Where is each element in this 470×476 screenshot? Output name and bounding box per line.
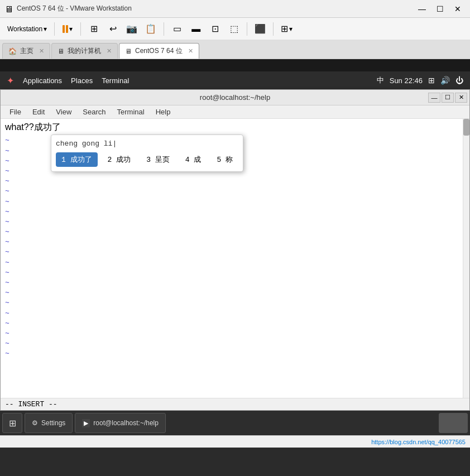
ac-option-1[interactable]: 1 成功了 bbox=[56, 152, 98, 167]
tab-centos-close[interactable]: ✕ bbox=[188, 47, 193, 55]
title-bar-controls: — ☐ ✕ bbox=[414, 3, 466, 15]
minimize-button[interactable]: — bbox=[414, 3, 430, 15]
maximize-button[interactable]: ☐ bbox=[432, 3, 448, 15]
gnome-bar-left: ✦ Applications Places Terminal bbox=[7, 75, 129, 86]
insert-bar: -- INSERT -- bbox=[1, 398, 469, 410]
tab-home-icon: 🏠 bbox=[8, 47, 17, 55]
tab-mypc-close[interactable]: ✕ bbox=[107, 47, 112, 55]
taskbar-settings-button[interactable]: ⚙ Settings bbox=[25, 413, 73, 433]
taskbar-workspace-button[interactable]: ⊞ bbox=[2, 413, 22, 433]
clone-button[interactable]: 📋 bbox=[142, 21, 159, 37]
ac-option-5[interactable]: 5 称 bbox=[211, 152, 238, 167]
terminal-icon: ⬛ bbox=[255, 23, 266, 34]
workstation-menu-button[interactable]: Workstation ▾ bbox=[4, 21, 50, 37]
snapshot2-button[interactable]: 📷 bbox=[123, 21, 140, 37]
tilde-line: ~ bbox=[5, 258, 465, 268]
tab-mypc-label: 我的计算机 bbox=[68, 46, 101, 56]
ac-option-1-text: 成功了 bbox=[70, 156, 92, 164]
workspace-switcher[interactable] bbox=[439, 413, 468, 433]
lang-indicator: 中 bbox=[377, 75, 384, 85]
revert-button[interactable]: ↩ bbox=[104, 21, 121, 37]
tilde-line: ~ bbox=[5, 197, 465, 207]
menu-help[interactable]: Help bbox=[151, 107, 175, 117]
layout4-icon: ⬚ bbox=[230, 23, 238, 34]
terminal-scrollbar[interactable] bbox=[463, 119, 469, 398]
ac-option-4-text: 成 bbox=[194, 156, 201, 164]
ac-option-4[interactable]: 4 成 bbox=[180, 152, 207, 167]
layout2-button[interactable]: ▬ bbox=[188, 21, 204, 37]
title-bar-text: CentOS 7 64 位 - VMware Workstation bbox=[17, 4, 414, 13]
tilde-line: ~ bbox=[5, 227, 465, 237]
close-button[interactable]: ✕ bbox=[450, 3, 466, 15]
volume-icon: 🔊 bbox=[440, 76, 450, 85]
terminal-button[interactable]: ⬛ bbox=[252, 21, 268, 37]
terminal-minimize-button[interactable]: — bbox=[428, 93, 440, 103]
separator-4 bbox=[247, 22, 247, 36]
places-menu[interactable]: Places bbox=[71, 76, 93, 85]
pause-dropdown: ▾ bbox=[69, 25, 73, 33]
status-bar: https://blog.csdn.net/qq_40077565 bbox=[0, 435, 470, 448]
tilde-line: ~ bbox=[5, 349, 465, 359]
settings-label: Settings bbox=[41, 419, 65, 427]
tab-mypc-icon: 🖥 bbox=[57, 47, 64, 55]
layout1-button[interactable]: ▭ bbox=[169, 21, 185, 37]
tilde-line: ~ bbox=[5, 329, 465, 339]
vmware-toolbar: Workstation ▾ ▾ ⊞ ↩ 📷 📋 ▭ ▬ ⊡ ⬚ ⬛ ⊞ bbox=[0, 18, 470, 40]
vm-black-bar bbox=[0, 59, 470, 71]
taskbar-terminal-button[interactable]: ▶ root@localhost:~/help bbox=[75, 413, 166, 433]
ac-option-1-num: 1 bbox=[61, 156, 70, 164]
tab-home-close[interactable]: ✕ bbox=[39, 47, 44, 55]
terminal-text-area[interactable]: what??成功了 cheng gong li| 1 成功了 2 成功 3 呈页… bbox=[1, 119, 469, 398]
layout3-button[interactable]: ⊡ bbox=[207, 21, 223, 37]
snapshot-button[interactable]: ⊞ bbox=[85, 21, 102, 37]
terminal-close-button[interactable]: ✕ bbox=[455, 93, 467, 103]
tilde-line: ~ bbox=[5, 237, 465, 247]
layout1-icon: ▭ bbox=[173, 23, 181, 34]
tab-centos[interactable]: 🖥 CentOS 7 64 位 ✕ bbox=[119, 43, 199, 59]
terminal-title: root@localhost:~/help bbox=[200, 93, 270, 102]
view-button[interactable]: ⊞ ▾ bbox=[278, 21, 295, 37]
ac-option-3[interactable]: 3 呈页 bbox=[141, 152, 175, 167]
tilde-line: ~ bbox=[5, 288, 465, 298]
separator-2 bbox=[80, 22, 81, 36]
terminal-inner: what??成功了 cheng gong li| 1 成功了 2 成功 3 呈页… bbox=[1, 119, 469, 398]
snapshot2-icon: 📷 bbox=[126, 23, 137, 34]
status-url: https://blog.csdn.net/qq_40077565 bbox=[371, 439, 466, 445]
tilde-line: ~ bbox=[5, 319, 465, 329]
app-icon: 🖥 bbox=[4, 4, 13, 13]
title-bar: 🖥 CentOS 7 64 位 - VMware Workstation — ☐… bbox=[0, 0, 470, 18]
terminal-menu[interactable]: Terminal bbox=[102, 76, 129, 85]
pause-button[interactable]: ▾ bbox=[59, 21, 76, 37]
terminal-titlebar: root@localhost:~/help — ☐ ✕ bbox=[1, 90, 469, 105]
applications-menu[interactable]: Applications bbox=[23, 76, 62, 85]
taskbar: ⊞ ⚙ Settings ▶ root@localhost:~/help bbox=[0, 411, 470, 435]
tab-home-label: 主页 bbox=[20, 46, 33, 56]
menu-terminal[interactable]: Terminal bbox=[113, 107, 149, 117]
tilde-line: ~ bbox=[5, 309, 465, 319]
layout2-icon: ▬ bbox=[191, 24, 200, 34]
menu-file[interactable]: File bbox=[5, 107, 26, 117]
workspace-icon: ⊞ bbox=[9, 418, 16, 429]
settings-icon: ⚙ bbox=[32, 419, 38, 427]
gnome-bar-right: 中 Sun 22:46 ⊞ 🔊 ⏻ bbox=[377, 75, 463, 85]
power-icon: ⏻ bbox=[455, 76, 463, 85]
tabs-bar: 🏠 主页 ✕ 🖥 我的计算机 ✕ 🖥 CentOS 7 64 位 ✕ bbox=[0, 40, 470, 59]
ac-option-4-num: 4 bbox=[185, 156, 194, 164]
clock: Sun 22:46 bbox=[390, 76, 423, 85]
tab-home[interactable]: 🏠 主页 ✕ bbox=[2, 43, 50, 59]
clone-icon: 📋 bbox=[145, 23, 156, 34]
revert-icon: ↩ bbox=[109, 23, 117, 34]
menu-search[interactable]: Search bbox=[78, 107, 110, 117]
ac-option-2[interactable]: 2 成功 bbox=[102, 152, 137, 167]
view-dropdown: ▾ bbox=[289, 25, 292, 33]
menu-view[interactable]: View bbox=[51, 107, 76, 117]
taskbar-terminal-icon: ▶ bbox=[82, 419, 90, 427]
terminal-maximize-button[interactable]: ☐ bbox=[442, 93, 454, 103]
tab-mypc[interactable]: 🖥 我的计算机 ✕ bbox=[51, 43, 118, 59]
layout4-button[interactable]: ⬚ bbox=[226, 21, 242, 37]
autocomplete-input: cheng gong li| bbox=[56, 140, 238, 148]
gnome-bar: ✦ Applications Places Terminal 中 Sun 22:… bbox=[0, 71, 470, 89]
tilde-line: ~ bbox=[5, 176, 465, 186]
menu-edit[interactable]: Edit bbox=[28, 107, 49, 117]
autocomplete-options: 1 成功了 2 成功 3 呈页 4 成 5 称 bbox=[56, 152, 238, 167]
